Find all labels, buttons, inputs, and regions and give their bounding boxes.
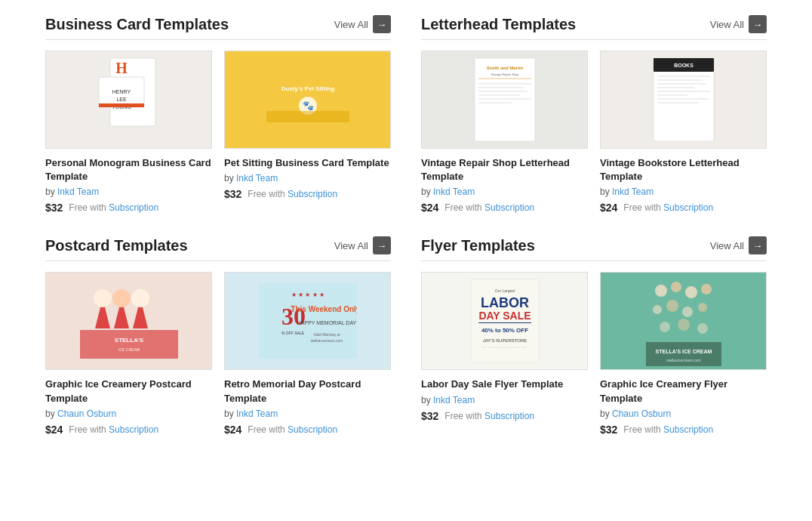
svg-rect-55 — [478, 322, 531, 323]
subscription-link-labor-day-flyer[interactable]: Subscription — [484, 411, 534, 421]
subscription-link-graphic-ice-creamery[interactable]: Subscription — [109, 424, 158, 435]
author-link-personal-monogram[interactable]: Inkd Team — [57, 187, 99, 197]
card-title-retro-memorial: Retro Memorial Day Postcard Template — [224, 378, 391, 405]
card-price-graphic-ice-creamery: $24 — [45, 424, 63, 436]
card-author-labor-day-flyer: by Inkd Team — [421, 395, 588, 405]
svg-text:★ ★ ★ ★ ★: ★ ★ ★ ★ ★ — [291, 291, 324, 298]
section-title-business-card: Business Card Templates — [45, 16, 229, 33]
view-all-link-postcard[interactable]: View All — [334, 240, 368, 251]
section-header-letterhead: Letterhead Templates View All → — [421, 15, 767, 33]
svg-text:DAY SALE: DAY SALE — [478, 310, 531, 322]
card-image-vintage-bookstore[interactable]: BOOKS — [600, 51, 767, 149]
svg-rect-71 — [646, 342, 721, 366]
svg-rect-28 — [657, 87, 695, 88]
svg-text:Dusty's Pet Sitting: Dusty's Pet Sitting — [281, 85, 334, 92]
svg-point-62 — [685, 286, 697, 298]
svg-point-65 — [666, 300, 678, 312]
svg-rect-29 — [657, 91, 710, 92]
card-image-personal-monogram[interactable]: H HENRY LEE YOUNG — [45, 51, 212, 149]
author-link-pet-sitting[interactable]: Inkd Team — [236, 173, 278, 183]
preview-personal-monogram: H HENRY LEE YOUNG — [88, 54, 171, 145]
author-link-vintage-repair[interactable]: Inkd Team — [433, 187, 475, 197]
svg-rect-18 — [478, 91, 527, 92]
section-business-card: Business Card Templates View All → H HEN — [45, 15, 391, 214]
svg-rect-25 — [657, 76, 710, 77]
view-all-link-business-card[interactable]: View All — [334, 19, 368, 30]
card-pricing-retro-memorial: $24 Free with Subscription — [224, 424, 391, 436]
svg-rect-16 — [478, 83, 531, 85]
card-personal-monogram: H HENRY LEE YOUNG Personal Monogram Busi… — [45, 51, 212, 214]
cards-grid-flyer: Our Largest LABOR DAY SALE 40% to 50% OF… — [421, 272, 767, 435]
subscription-link-graphic-ice-flyer[interactable]: Subscription — [663, 424, 713, 435]
card-price-retro-memorial: $24 — [224, 424, 241, 436]
view-all-btn-letterhead[interactable]: → — [749, 15, 767, 33]
author-link-graphic-ice-flyer[interactable]: Chaun Osburn — [612, 408, 671, 419]
card-free-graphic-ice-creamery: Free with Subscription — [69, 424, 158, 435]
author-link-vintage-bookstore[interactable]: Inkd Team — [612, 187, 654, 197]
card-author-graphic-ice-creamery: by Chaun Osburn — [45, 408, 212, 419]
card-image-retro-memorial[interactable]: ★ ★ ★ ★ ★ 30 % OFF SALE This Weekend Onl… — [224, 272, 391, 370]
svg-text:stellasicecream.com: stellasicecream.com — [666, 358, 700, 362]
divider-flyer — [421, 260, 767, 261]
view-all-btn-business-card[interactable]: → — [373, 15, 391, 33]
card-title-graphic-ice-creamery: Graphic Ice Creamery Postcard Template — [45, 378, 212, 405]
card-pricing-graphic-ice-flyer: $32 Free with Subscription — [600, 424, 767, 436]
card-author-vintage-bookstore: by Inkd Team — [600, 187, 767, 197]
card-free-vintage-repair: Free with Subscription — [444, 202, 534, 213]
section-postcard: Postcard Templates View All → — [45, 236, 391, 435]
divider-postcard — [45, 260, 391, 261]
svg-rect-27 — [657, 83, 706, 85]
card-pricing-labor-day-flyer: $32 Free with Subscription — [421, 410, 588, 422]
svg-point-68 — [660, 322, 670, 332]
author-link-retro-memorial[interactable]: Inkd Team — [236, 408, 278, 419]
svg-point-70 — [697, 323, 708, 334]
divider-business-card — [45, 39, 391, 40]
card-image-pet-sitting[interactable]: Dusty's Pet Sitting 🐾 — [224, 51, 391, 149]
svg-point-39 — [131, 289, 149, 307]
author-link-graphic-ice-creamery[interactable]: Chaun Osburn — [57, 408, 116, 419]
svg-point-60 — [655, 285, 667, 297]
svg-text:% OFF SALE: % OFF SALE — [281, 331, 305, 335]
subscription-link-pet-sitting[interactable]: Subscription — [288, 189, 337, 199]
view-all-link-flyer[interactable]: View All — [710, 240, 744, 251]
divider-letterhead — [421, 39, 767, 40]
preview-labor-day-flyer: Our Largest LABOR DAY SALE 40% to 50% OF… — [467, 276, 543, 366]
svg-rect-21 — [478, 102, 512, 103]
svg-rect-20 — [478, 98, 531, 100]
card-image-vintage-repair[interactable]: Smith and Martin Vintage Repair Shop — [421, 51, 588, 149]
view-all-link-letterhead[interactable]: View All — [710, 19, 744, 30]
view-all-btn-flyer[interactable]: → — [749, 236, 767, 254]
svg-text:STELLA'S: STELLA'S — [114, 337, 143, 344]
subscription-link-personal-monogram[interactable]: Subscription — [109, 202, 158, 213]
card-author-pet-sitting: by Inkd Team — [224, 173, 391, 183]
author-link-labor-day-flyer[interactable]: Inkd Team — [433, 395, 475, 405]
svg-text:Smith and Martin: Smith and Martin — [486, 66, 523, 70]
view-all-area-letterhead: View All → — [710, 15, 767, 33]
card-price-vintage-bookstore: $24 — [600, 202, 617, 214]
preview-vintage-bookstore: BOOKS — [650, 54, 718, 145]
card-title-vintage-bookstore: Vintage Bookstore Letterhead Template — [600, 156, 767, 183]
section-flyer: Flyer Templates View All → Our Largest L… — [421, 236, 767, 435]
subscription-link-vintage-repair[interactable]: Subscription — [484, 202, 534, 213]
page-wrapper: Business Card Templates View All → H HEN — [0, 0, 812, 473]
card-vintage-repair: Smith and Martin Vintage Repair Shop Vin… — [421, 51, 588, 214]
card-title-personal-monogram: Personal Monogram Business Card Template — [45, 156, 212, 183]
subscription-link-vintage-bookstore[interactable]: Subscription — [663, 202, 713, 213]
card-author-vintage-repair: by Inkd Team — [421, 187, 588, 197]
svg-text:🐾: 🐾 — [302, 100, 313, 111]
svg-point-61 — [671, 282, 681, 292]
view-all-area-business-card: View All → — [334, 15, 391, 33]
subscription-link-retro-memorial[interactable]: Subscription — [288, 424, 337, 435]
card-graphic-ice-flyer: STELLA'S ICE CREAM stellasicecream.com G… — [600, 272, 767, 435]
card-image-graphic-ice-creamery[interactable]: STELLA'S ICE CREAM — [45, 272, 212, 370]
card-image-graphic-ice-flyer[interactable]: STELLA'S ICE CREAM stellasicecream.com — [600, 272, 767, 370]
card-title-vintage-repair: Vintage Repair Shop Letterhead Template — [421, 156, 588, 183]
card-image-labor-day-flyer[interactable]: Our Largest LABOR DAY SALE 40% to 50% OF… — [421, 272, 588, 370]
sections-grid: Business Card Templates View All → H HEN — [45, 15, 767, 458]
svg-text:LEE: LEE — [116, 97, 127, 102]
svg-point-37 — [112, 289, 131, 307]
card-graphic-ice-creamery: STELLA'S ICE CREAM Graphic Ice Creamery … — [45, 272, 212, 435]
svg-text:This Weekend Only!: This Weekend Only! — [291, 305, 357, 313]
svg-text:Our Largest: Our Largest — [494, 288, 515, 293]
view-all-btn-postcard[interactable]: → — [373, 236, 391, 254]
